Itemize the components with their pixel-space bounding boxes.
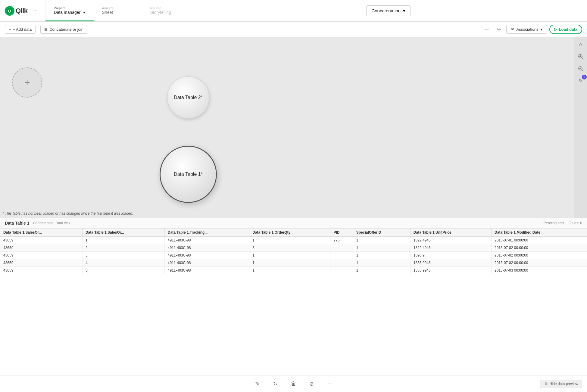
table-column-header: Data Table 1.SalesOr... — [82, 229, 164, 237]
data-panel-header: Data Table 1 Concatenate_Data.xlsx Pendi… — [0, 218, 587, 228]
table-row: 4365924911-403C-98311822,49462013-07-02 … — [0, 244, 587, 252]
nav-tabs: Prepare Data manager ▾ Analyze Sheet Nar… — [45, 0, 190, 21]
table-cell: 3 — [249, 244, 330, 252]
table-cell: 1 — [353, 237, 410, 244]
table-cell: 4911-403C-98 — [164, 267, 249, 274]
tab-sheet-label: Sheet — [102, 10, 133, 15]
data-panel: Data Table 1 Concatenate_Data.xlsx Pendi… — [0, 218, 587, 375]
table-row: 4365954911-403C-98111835,99462013-07-03 … — [0, 267, 587, 274]
table-cell: 5 — [82, 267, 164, 274]
badge-count: 1 — [582, 75, 587, 79]
table-node-2[interactable]: Data Table 2* — [167, 76, 209, 119]
data-panel-subtitle: Concatenate_Data.xlsx — [33, 221, 70, 225]
concatenation-dropdown[interactable]: Concatenation ▾ — [366, 5, 411, 16]
main-content: + Data Table 2* Data Table 1* * This tab… — [0, 37, 587, 392]
fields-count: Fields: 8 — [569, 221, 582, 225]
qlik-logo-icon: Q — [5, 6, 14, 16]
table-cell: 2 — [82, 244, 164, 252]
tab-analyze-sub: Analyze — [102, 6, 133, 10]
eye-icon: 👁 — [511, 27, 515, 32]
table-node-1[interactable]: Data Table 1* — [160, 146, 217, 203]
table-cell: 1 — [82, 237, 164, 244]
svg-text:Q: Q — [8, 9, 11, 13]
hide-preview-button[interactable]: 🖥 Hide data preview — [540, 380, 582, 388]
delete-button[interactable]: 🗑 — [288, 378, 299, 389]
table-cell — [330, 244, 353, 252]
tab-dropdown-arrow[interactable]: ▾ — [83, 11, 85, 14]
table-cell — [330, 252, 353, 259]
table-cell: 4911-403C-98 — [164, 259, 249, 267]
table-cell: 1098,9 — [410, 252, 491, 259]
qlik-logo: Q Qlik — [5, 6, 28, 16]
data-table-wrapper: Data Table 1.SalesOr...Data Table 1.Sale… — [0, 228, 587, 375]
table-cell: 1822,4946 — [410, 237, 491, 244]
load-data-button[interactable]: ▷ Load data — [549, 25, 582, 34]
table-column-header: Data Table 1.UnitPrice — [410, 229, 491, 237]
table-cell: 2013-07-01 00:00:00 — [492, 237, 587, 244]
zoom-in-icon[interactable] — [576, 52, 585, 61]
table-cell: 776 — [330, 237, 353, 244]
edit-badge-button[interactable]: ✎ 1 — [576, 76, 585, 86]
table-cell: 2013-07-03 00:00:00 — [492, 267, 587, 274]
table-cell: 1 — [249, 252, 330, 259]
table-cell: 1835,9946 — [410, 259, 491, 267]
refresh-icon: ↻ — [273, 381, 278, 387]
delete-icon: 🗑 — [291, 381, 296, 387]
table-column-header: Data Table 1.Tracking... — [164, 229, 249, 237]
zoom-out-icon[interactable] — [576, 64, 585, 73]
redo-button[interactable]: ↪ — [494, 25, 504, 34]
more-options-button[interactable]: ··· — [31, 6, 40, 16]
tab-storytelling-label: Storytelling — [150, 10, 182, 15]
canvas-area: + Data Table 2* Data Table 1* * This tab… — [0, 37, 587, 218]
table-cell — [330, 267, 353, 274]
add-data-circle[interactable]: + — [12, 67, 42, 98]
home-icon[interactable]: ⌂ — [576, 40, 585, 49]
table-cell: 43659 — [0, 244, 83, 252]
table-column-header: Data Table 1.Modified Date — [492, 229, 587, 237]
tab-storytelling: Narrate Storytelling — [142, 0, 190, 21]
data-panel-title: Data Table 1 — [5, 221, 29, 226]
table-cell: 1 — [353, 244, 410, 252]
tab-sheet[interactable]: Analyze Sheet — [94, 0, 142, 21]
toolbar: + + Add data ⊞ Concatenate or join ↩ ↪ 👁… — [0, 22, 587, 37]
table-cell: 1 — [249, 259, 330, 267]
table-row: 4365944911-403C-98111835,99462013-07-02 … — [0, 259, 587, 267]
filter-button[interactable]: ⊘ — [306, 378, 317, 389]
edit-icon: ✎ — [255, 381, 260, 387]
svg-line-7 — [582, 70, 583, 71]
more-actions-button[interactable]: ··· — [324, 378, 335, 389]
top-nav: Q Qlik ··· Prepare Data manager ▾ Analyz… — [0, 0, 587, 22]
refresh-button[interactable]: ↻ — [270, 378, 281, 389]
table-cell: 43659 — [0, 259, 83, 267]
data-panel-meta: Pending add Fields: 8 — [543, 221, 582, 225]
more-icon: ··· — [327, 381, 332, 387]
add-icon: + — [9, 27, 11, 32]
table-cell: 43659 — [0, 252, 83, 259]
tab-narrate-sub: Narrate — [150, 6, 182, 10]
table-column-header: SpecialOfferID — [353, 229, 410, 237]
table-cell: 4911-403C-98 — [164, 237, 249, 244]
table-column-header: Data Table 1.OrderQty — [249, 229, 330, 237]
table-cell: 1 — [353, 252, 410, 259]
associations-button[interactable]: 👁 Associations ▾ — [506, 25, 547, 34]
table-row: 4365914911-403C-98177611822,49462013-07-… — [0, 237, 587, 244]
table-cell: 1 — [249, 237, 330, 244]
undo-button[interactable]: ↩ — [482, 25, 492, 34]
pending-status: Pending add — [543, 221, 564, 225]
tab-data-manager[interactable]: Prepare Data manager ▾ — [45, 0, 94, 21]
table-cell: 1835,9946 — [410, 267, 491, 274]
tab-prepare-sub: Prepare — [54, 6, 85, 10]
toolbar-right: ↩ ↪ 👁 Associations ▾ ▷ Load data — [482, 25, 582, 34]
table-cell: 2013-07-02 00:00:00 — [492, 244, 587, 252]
edit-button[interactable]: ✎ — [252, 378, 263, 389]
table-row: 4365934911-403C-98111098,92013-07-02 00:… — [0, 252, 587, 259]
concatenate-join-button[interactable]: ⊞ Concatenate or join — [40, 25, 87, 34]
pencil-icon: ✎ — [579, 78, 582, 84]
svg-line-3 — [582, 58, 583, 59]
table-body: 4365914911-403C-98177611822,49462013-07-… — [0, 237, 587, 274]
table-cell: 4911-403C-98 — [164, 244, 249, 252]
add-data-button[interactable]: + + Add data — [5, 25, 36, 34]
dropdown-chevron-icon: ▾ — [403, 8, 405, 14]
bottom-bar: ✎ ↻ 🗑 ⊘ ··· 🖥 Hide data preview — [0, 375, 587, 392]
table-cell: 4 — [82, 259, 164, 267]
